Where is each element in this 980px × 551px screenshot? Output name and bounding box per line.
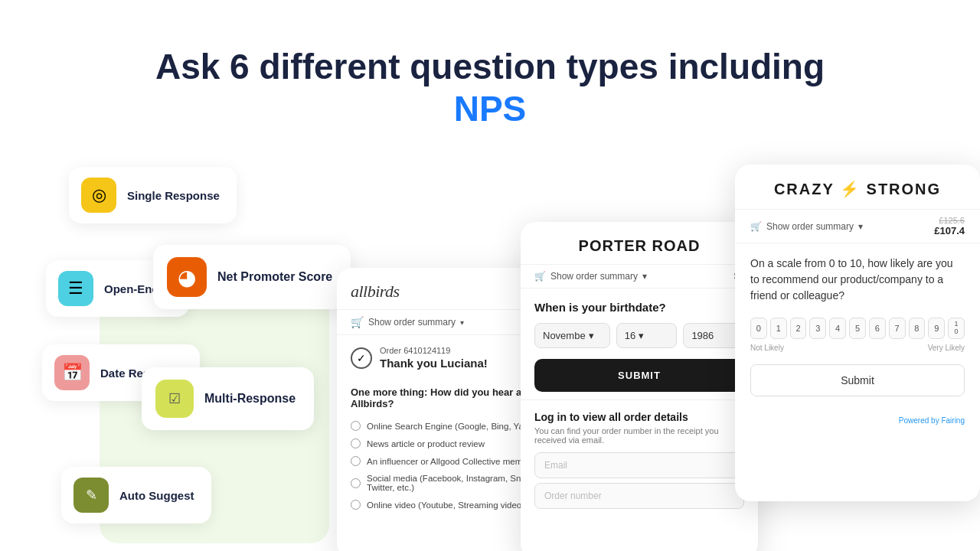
crazy-order-summary-left: 🛒 Show order summary ▾ [750,221,863,232]
nps-3[interactable]: 3 [809,318,826,339]
nps-submit-button[interactable]: Submit [750,364,965,396]
nps-high-label: Very Likely [928,344,965,352]
crazy-strong-header: CRAZY ⚡ STRONG [735,165,980,210]
nps-label: Net Promoter Score [217,270,332,284]
allbirds-order-info: Order 6410124119 Thank you Luciana! [380,346,488,370]
nps-2[interactable]: 2 [790,318,807,339]
auto-suggest-label: Auto Suggest [119,489,194,502]
nps-highlight: NPS [454,89,527,129]
porter-order-summary-left: 🛒 Show order summary ▾ [534,271,647,282]
nps-icon: ◕ [167,257,207,297]
crazy-original-price: £125.6 [934,216,965,225]
auto-suggest-icon: ✎ [74,478,109,513]
month-chevron-icon: ▾ [589,330,594,341]
porter-day-value: 16 [625,330,635,341]
porter-month-select[interactable]: Novembe ▾ [534,323,610,348]
crazy-bolt-icon: ⚡ [840,181,861,197]
cart-icon: 🛒 [351,316,364,328]
porter-month-value: Novembe [543,330,586,341]
single-response-label: Single Response [127,189,220,202]
nps-question-text: On a scale from 0 to 10, how likely are … [750,256,965,304]
porter-order-summary-label: Show order summary [550,271,638,282]
hero-section: Ask 6 different question types including… [0,0,980,130]
card-single-response: ◎ Single Response [69,167,237,223]
crazy-cart-icon: 🛒 [750,221,762,232]
porter-logo: Porter Road [534,237,744,255]
crazy-order-row: 🛒 Show order summary ▾ £125.6 £107.4 [735,210,980,243]
nps-labels: Not Likely Very Likely [750,344,965,352]
porter-chevron-icon: ▾ [642,271,647,282]
porter-birthdate-label: When is your birthdate? [534,301,744,314]
radio-option-4[interactable] [351,478,361,488]
nps-0[interactable]: 0 [750,318,767,339]
chevron-down-icon: ▾ [460,318,464,327]
porter-date-selects: Novembe ▾ 16 ▾ 1986 [534,323,744,348]
crazy-chevron-icon: ▾ [858,221,863,232]
crazy-logo-part1: CRAZY [774,181,835,197]
crazy-logo-part2: STRONG [867,181,942,197]
nps-9[interactable]: 9 [928,318,945,339]
allbirds-thank-you: Thank you Luciana! [380,357,488,370]
nps-scale: 0 1 2 3 4 5 6 7 8 9 10 [750,318,965,339]
porter-header: Porter Road [521,222,758,265]
porter-day-select[interactable]: 16 ▾ [616,323,678,348]
allbirds-order-summary-label: Show order summary [368,317,456,328]
porter-birthdate-section: When is your birthdate? Novembe ▾ 16 ▾ 1… [521,289,758,399]
card-nps: ◕ Net Promoter Score [153,245,351,309]
card-multi-response: ☑ Multi-Response [142,367,314,430]
card-auto-suggest: ✎ Auto Suggest [61,467,211,523]
powered-by-text: Powered by [899,416,942,425]
radio-option-3[interactable] [351,456,361,466]
crazy-price-block: £125.6 £107.4 [934,216,965,236]
nps-5[interactable]: 5 [849,318,866,339]
multi-response-label: Multi-Response [204,392,296,406]
allbirds-option-2-label: News article or product review [367,439,485,448]
porter-login-subtitle: You can find your order number in the re… [534,426,744,445]
nps-1[interactable]: 1 [770,318,787,339]
date-response-icon: 📅 [54,355,90,390]
crazy-order-summary-label: Show order summary [766,221,854,232]
powered-by: Powered by Fairing [735,416,980,425]
crazy-strong-card: CRAZY ⚡ STRONG 🛒 Show order summary ▾ £1… [735,165,980,501]
hero-heading: Ask 6 different question types including… [0,46,980,130]
allbirds-order-summary-left: 🛒 Show order summary ▾ [351,316,464,328]
nps-8[interactable]: 8 [909,318,926,339]
porter-cart-icon: 🛒 [534,271,546,282]
heading-text: Ask 6 different question types including [155,47,825,86]
porter-email-field[interactable]: Email [534,452,744,478]
nps-question-section: On a scale from 0 to 10, how likely are … [735,243,980,416]
porter-order-row: 🛒 Show order summary ▾ $1 [521,265,758,289]
crazy-strong-logo: CRAZY ⚡ STRONG [750,180,965,198]
nps-6[interactable]: 6 [869,318,886,339]
porter-submit-button[interactable]: SUBMIT [534,359,744,392]
crazy-price: £107.4 [934,225,965,236]
multi-response-icon: ☑ [155,380,194,418]
nps-4[interactable]: 4 [829,318,846,339]
powered-by-brand: Fairing [941,416,965,425]
porter-login-section: Log in to view all order details You can… [521,399,758,524]
radio-option-1[interactable] [351,421,361,431]
nps-7[interactable]: 7 [889,318,906,339]
porter-order-field[interactable]: Order number [534,483,744,509]
porter-year-value: 1986 [691,330,714,341]
day-chevron-icon: ▾ [639,330,644,341]
allbirds-option-5-label: Online video (Youtube, Streaming video..… [367,500,529,510]
allbirds-option-3-label: An influencer or Allgood Collective memb… [367,457,535,466]
radio-option-2[interactable] [351,439,361,448]
check-circle-icon: ✓ [351,347,372,369]
allbirds-order-number: Order 6410124119 [380,346,488,355]
open-ended-icon: ☰ [58,271,93,306]
nps-low-label: Not Likely [750,344,784,352]
porter-card: Porter Road 🛒 Show order summary ▾ $1 Wh… [521,222,758,551]
nps-10[interactable]: 10 [948,318,965,339]
single-response-icon: ◎ [81,178,116,213]
radio-option-5[interactable] [351,500,361,510]
porter-login-title: Log in to view all order details [534,411,744,423]
